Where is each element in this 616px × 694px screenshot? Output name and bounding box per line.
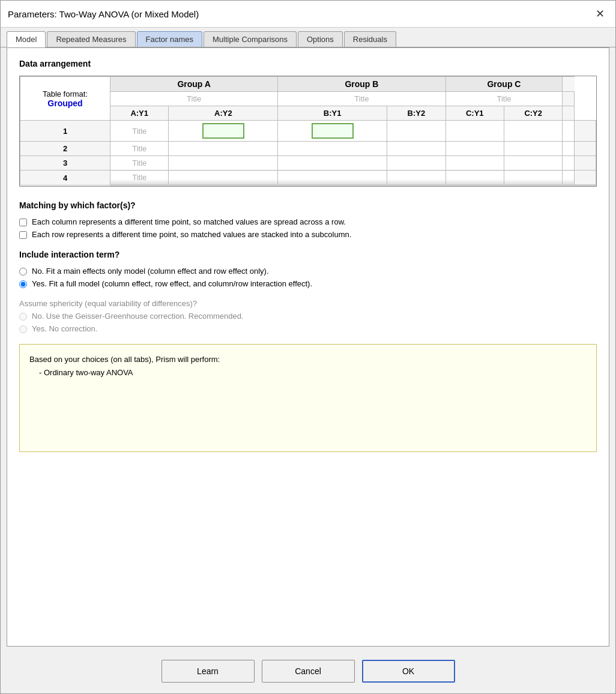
match-columns-label: Each column represents a different time … <box>32 217 346 226</box>
interaction-title: Include interaction term? <box>19 250 597 259</box>
row-4-cy1 <box>504 170 562 186</box>
row-3-cy1 <box>504 156 562 170</box>
radio-no-interaction: No. Fit a main effects only model (colum… <box>19 267 597 276</box>
group-a-subtitle: Title <box>110 92 278 106</box>
matching-title: Matching by which factor(s)? <box>19 201 597 210</box>
row-1-ay2-cell[interactable] <box>278 121 387 142</box>
match-columns-checkbox[interactable] <box>19 219 27 226</box>
scroll-spacer <box>563 77 575 92</box>
row-num-4: 4 <box>20 170 110 186</box>
sphericity-yes-radio[interactable] <box>19 325 27 333</box>
group-a-header: Group A <box>110 77 278 92</box>
close-button[interactable]: ✕ <box>591 5 608 22</box>
row-num-3: 3 <box>20 156 110 170</box>
tab-model[interactable]: Model <box>7 31 46 47</box>
learn-button[interactable]: Learn <box>162 660 255 683</box>
row-4-cy2 <box>563 170 575 186</box>
row-1-by2 <box>445 121 504 142</box>
row-num-1: 1 <box>20 121 110 142</box>
data-arrangement-title: Data arrangement <box>19 59 597 68</box>
cancel-button[interactable]: Cancel <box>262 660 355 683</box>
sphericity-yes-label: Yes. No correction. <box>32 324 97 333</box>
group-b-header: Group B <box>278 77 445 92</box>
scroll-spacer7 <box>575 170 596 186</box>
table-row: 2 Title <box>20 142 596 156</box>
dialog: Parameters: Two-Way ANOVA (or Mixed Mode… <box>0 0 616 694</box>
table-row: 1 Title <box>20 121 596 142</box>
scroll-spacer3 <box>563 106 575 121</box>
input-row1-ay2[interactable] <box>312 123 354 139</box>
main-content: Data arrangement Table format: Grouped G… <box>7 47 609 647</box>
yes-interaction-radio[interactable] <box>19 280 27 288</box>
group-b-subtitle: Title <box>278 92 445 106</box>
tab-residuals[interactable]: Residuals <box>344 31 396 47</box>
dialog-title: Parameters: Two-Way ANOVA (or Mixed Mode… <box>8 9 199 19</box>
table-format-cell: Table format: Grouped <box>20 77 110 121</box>
sphericity-yes-row: Yes. No correction. <box>19 324 597 333</box>
yes-interaction-label: Yes. Fit a full model (column effect, ro… <box>32 279 312 288</box>
table-row: 3 Title <box>20 156 596 170</box>
scroll-spacer5 <box>575 142 596 156</box>
col-c-y2: C:Y2 <box>504 106 562 121</box>
data-table-wrapper: Table format: Grouped Group A Group B Gr… <box>19 76 597 187</box>
row-2-by2 <box>445 142 504 156</box>
col-a-y1: A:Y1 <box>110 106 169 121</box>
row-3-by2 <box>445 156 504 170</box>
group-c-header: Group C <box>445 77 563 92</box>
group-c-subtitle: Title <box>445 92 563 106</box>
row-2-cy2 <box>563 142 575 156</box>
no-interaction-radio[interactable] <box>19 268 27 276</box>
checkbox-row-2: Each row represents a different time poi… <box>19 230 597 239</box>
sphericity-section: Assume sphericity (equal variability of … <box>19 299 597 333</box>
col-c-y1: C:Y1 <box>445 106 504 121</box>
tab-multiple-comparisons[interactable]: Multiple Comparisons <box>204 31 297 47</box>
row-2-ay1 <box>169 142 278 156</box>
no-interaction-label: No. Fit a main effects only model (colum… <box>32 267 269 276</box>
matching-section: Matching by which factor(s)? Each column… <box>19 201 597 239</box>
col-b-y2: B:Y2 <box>387 106 445 121</box>
row-3-ay1 <box>169 156 278 170</box>
table-format-label: Table format: <box>43 89 88 98</box>
row-1-cy1 <box>504 121 562 142</box>
sphericity-no-radio[interactable] <box>19 313 27 321</box>
summary-item: - Ordinary two-way ANOVA <box>29 368 133 377</box>
row-2-label: Title <box>110 142 169 156</box>
row-1-by1 <box>387 121 445 142</box>
row-4-label: Title <box>110 170 169 186</box>
table-row: 4 Title <box>20 170 596 186</box>
col-a-y2: A:Y2 <box>169 106 278 121</box>
col-b-y1: B:Y1 <box>278 106 387 121</box>
tab-options[interactable]: Options <box>298 31 343 47</box>
row-3-cy2 <box>563 156 575 170</box>
scroll-spacer2 <box>563 92 575 106</box>
grouped-label: Grouped <box>25 98 105 108</box>
row-3-ay2 <box>278 156 387 170</box>
ok-button[interactable]: OK <box>362 660 455 683</box>
checkbox-row-1: Each column represents a different time … <box>19 217 597 226</box>
data-table: Table format: Grouped Group A Group B Gr… <box>20 76 596 186</box>
tab-factor-names[interactable]: Factor names <box>137 31 202 47</box>
row-1-ay1-cell[interactable] <box>169 121 278 142</box>
row-1-cy2 <box>563 121 575 142</box>
row-4-by2 <box>445 170 504 186</box>
input-row1-ay1[interactable] <box>202 123 244 139</box>
match-rows-checkbox[interactable] <box>19 231 27 239</box>
sphericity-title: Assume sphericity (equal variability of … <box>19 299 597 308</box>
row-4-ay2 <box>278 170 387 186</box>
row-4-ay1 <box>169 170 278 186</box>
row-3-label: Title <box>110 156 169 170</box>
footer: Learn Cancel OK <box>1 653 615 693</box>
row-1-label: Title <box>110 121 169 142</box>
tab-bar: Model Repeated Measures Factor names Mul… <box>1 28 615 47</box>
row-2-by1 <box>387 142 445 156</box>
summary-box: Based on your choices (on all tabs), Pri… <box>19 344 597 452</box>
row-3-by1 <box>387 156 445 170</box>
interaction-section: Include interaction term? No. Fit a main… <box>19 250 597 288</box>
row-4-by1 <box>387 170 445 186</box>
row-num-2: 2 <box>20 142 110 156</box>
radio-yes-interaction: Yes. Fit a full model (column effect, ro… <box>19 279 597 288</box>
scroll-spacer4 <box>575 121 596 142</box>
row-2-cy1 <box>504 142 562 156</box>
summary-intro: Based on your choices (on all tabs), Pri… <box>29 355 220 364</box>
tab-repeated-measures[interactable]: Repeated Measures <box>47 31 135 47</box>
